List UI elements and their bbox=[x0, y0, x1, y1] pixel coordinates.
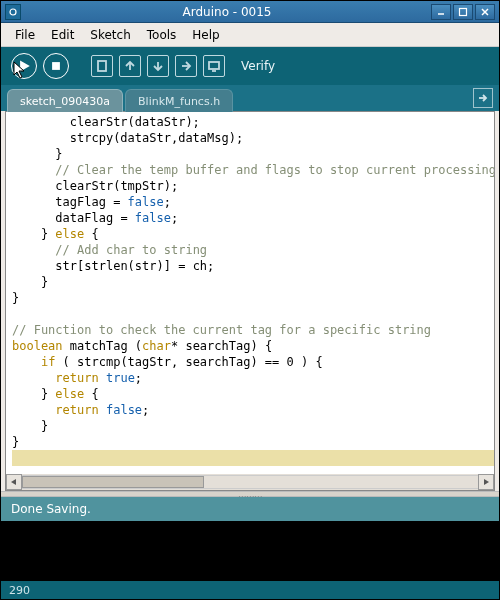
menu-help[interactable]: Help bbox=[184, 25, 227, 45]
status-message: Done Saving. bbox=[11, 502, 91, 516]
menubar: File Edit Sketch Tools Help bbox=[1, 23, 499, 47]
code-line[interactable]: } bbox=[12, 290, 494, 306]
status-bar: Done Saving. bbox=[1, 497, 499, 521]
code-line[interactable]: } bbox=[12, 434, 494, 450]
svg-rect-6 bbox=[53, 63, 59, 69]
code-line[interactable] bbox=[12, 306, 494, 322]
toolbar-hint: Verify bbox=[241, 59, 275, 73]
editor-container: clearStr(dataStr); strcpy(dataStr,dataMs… bbox=[5, 111, 495, 491]
stop-button[interactable] bbox=[43, 53, 69, 79]
svg-rect-7 bbox=[98, 61, 106, 71]
code-line[interactable]: return false; bbox=[12, 402, 494, 418]
code-line[interactable]: // Clear the temp buffer and flags to st… bbox=[12, 162, 494, 178]
save-button[interactable] bbox=[147, 55, 169, 77]
tab-menu-button[interactable] bbox=[473, 88, 493, 108]
code-line[interactable] bbox=[12, 450, 494, 466]
footer-bar: 290 bbox=[1, 581, 499, 599]
new-button[interactable] bbox=[91, 55, 113, 77]
scroll-thumb[interactable] bbox=[22, 476, 204, 488]
code-line[interactable]: } else { bbox=[12, 386, 494, 402]
code-line[interactable]: } else { bbox=[12, 226, 494, 242]
tabbar: sketch_090430a BlinkM_funcs.h bbox=[1, 85, 499, 111]
upload-button[interactable] bbox=[175, 55, 197, 77]
open-button[interactable] bbox=[119, 55, 141, 77]
code-line[interactable]: } bbox=[12, 274, 494, 290]
code-line[interactable]: str[strlen(str)] = ch; bbox=[12, 258, 494, 274]
line-number: 290 bbox=[9, 584, 30, 597]
scroll-track[interactable] bbox=[22, 475, 478, 489]
tab-active[interactable]: sketch_090430a bbox=[7, 89, 123, 113]
close-button[interactable] bbox=[475, 4, 495, 20]
menu-tools[interactable]: Tools bbox=[139, 25, 185, 45]
app-window: Arduino - 0015 File Edit Sketch Tools He… bbox=[0, 0, 500, 600]
svg-rect-2 bbox=[460, 8, 467, 15]
code-line[interactable]: } bbox=[12, 146, 494, 162]
menu-sketch[interactable]: Sketch bbox=[82, 25, 138, 45]
app-icon bbox=[5, 4, 21, 20]
code-line[interactable]: clearStr(tmpStr); bbox=[12, 178, 494, 194]
maximize-button[interactable] bbox=[453, 4, 473, 20]
console[interactable] bbox=[1, 521, 499, 581]
svg-marker-14 bbox=[11, 479, 16, 485]
horizontal-scrollbar[interactable] bbox=[6, 474, 494, 490]
code-line[interactable]: if ( strcmp(tagStr, searchTag) == 0 ) { bbox=[12, 354, 494, 370]
code-line[interactable]: // Add char to string bbox=[12, 242, 494, 258]
toolbar: Verify bbox=[1, 47, 499, 85]
code-editor[interactable]: clearStr(dataStr); strcpy(dataStr,dataMs… bbox=[6, 112, 494, 474]
minimize-button[interactable] bbox=[431, 4, 451, 20]
scroll-left-button[interactable] bbox=[6, 474, 22, 490]
window-title: Arduino - 0015 bbox=[25, 5, 429, 19]
svg-point-0 bbox=[10, 9, 16, 15]
menu-file[interactable]: File bbox=[7, 25, 43, 45]
code-line[interactable]: dataFlag = false; bbox=[12, 210, 494, 226]
tab-inactive[interactable]: BlinkM_funcs.h bbox=[125, 89, 233, 113]
code-line[interactable]: clearStr(dataStr); bbox=[12, 114, 494, 130]
code-line[interactable]: strcpy(dataStr,dataMsg); bbox=[12, 130, 494, 146]
svg-marker-15 bbox=[484, 479, 489, 485]
code-line[interactable]: // Function to check the current tag for… bbox=[12, 322, 494, 338]
svg-rect-11 bbox=[209, 62, 219, 69]
code-line[interactable]: } bbox=[12, 418, 494, 434]
scroll-right-button[interactable] bbox=[478, 474, 494, 490]
svg-marker-5 bbox=[21, 62, 28, 70]
code-line[interactable] bbox=[12, 466, 494, 474]
code-line[interactable]: return true; bbox=[12, 370, 494, 386]
verify-button[interactable] bbox=[11, 53, 37, 79]
serial-monitor-button[interactable] bbox=[203, 55, 225, 77]
menu-edit[interactable]: Edit bbox=[43, 25, 82, 45]
titlebar[interactable]: Arduino - 0015 bbox=[1, 1, 499, 23]
code-line[interactable]: tagFlag = false; bbox=[12, 194, 494, 210]
code-line[interactable]: boolean matchTag (char* searchTag) { bbox=[12, 338, 494, 354]
